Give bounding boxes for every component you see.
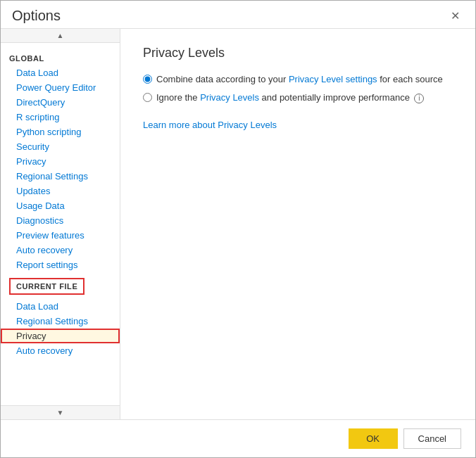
dialog-body: ▲ GLOBAL Data Load Power Query Editor Di… — [1, 28, 475, 419]
sidebar-item-usage-data[interactable]: Usage Data — [1, 198, 120, 213]
sidebar-item-updates[interactable]: Updates — [1, 184, 120, 198]
radio2-text-before: Ignore the — [156, 92, 200, 103]
sidebar-item-security[interactable]: Security — [1, 139, 120, 154]
close-button[interactable]: ✕ — [446, 8, 464, 24]
cancel-button[interactable]: Cancel — [403, 428, 461, 449]
sidebar-item-diagnostics[interactable]: Diagnostics — [1, 213, 120, 228]
sidebar-item-privacy-current[interactable]: Privacy — [1, 329, 120, 343]
radio1-link[interactable]: Privacy Level settings — [289, 74, 377, 84]
sidebar-item-regional-settings-global[interactable]: Regional Settings — [1, 169, 120, 184]
radio-item-combine: Combine data according to your Privacy L… — [143, 73, 453, 86]
sidebar-item-directquery[interactable]: DirectQuery — [1, 95, 120, 110]
scroll-up-button[interactable]: ▲ — [1, 29, 120, 43]
info-icon[interactable]: i — [414, 94, 424, 103]
sidebar-scroll: GLOBAL Data Load Power Query Editor Dire… — [1, 43, 120, 405]
sidebar-item-python-scripting[interactable]: Python scripting — [1, 125, 120, 139]
global-section-header: GLOBAL — [1, 49, 120, 65]
sidebar-item-data-load[interactable]: Data Load — [1, 65, 120, 80]
radio2-text-after: and potentially improve performance — [259, 92, 410, 103]
sidebar-item-report-settings[interactable]: Report settings — [1, 257, 120, 272]
dialog-footer: OK Cancel — [1, 419, 475, 457]
content-title: Privacy Levels — [143, 46, 453, 61]
radio-item-ignore: Ignore the Privacy Levels and potentiall… — [143, 91, 453, 104]
radio-ignore[interactable] — [143, 93, 152, 102]
radio-combine[interactable] — [143, 75, 152, 84]
sidebar-item-auto-recovery-current[interactable]: Auto recovery — [1, 343, 120, 358]
scroll-down-button[interactable]: ▼ — [1, 405, 120, 419]
current-file-section-header: CURRENT FILE — [9, 278, 84, 295]
ok-button[interactable]: OK — [349, 428, 398, 449]
radio-combine-label: Combine data according to your Privacy L… — [156, 73, 443, 86]
radio2-link[interactable]: Privacy Levels — [200, 92, 259, 103]
title-bar: Options ✕ — [1, 1, 475, 28]
sidebar-item-r-scripting[interactable]: R scripting — [1, 110, 120, 125]
sidebar-item-data-load-current[interactable]: Data Load — [1, 299, 120, 314]
sidebar-item-privacy-global[interactable]: Privacy — [1, 154, 120, 169]
dialog-title: Options — [12, 8, 61, 24]
options-dialog: Options ✕ ▲ GLOBAL Data Load Power Query… — [0, 0, 476, 458]
radio-group: Combine data according to your Privacy L… — [143, 73, 453, 104]
radio1-text-before: Combine data according to your — [156, 74, 289, 84]
current-file-wrapper: CURRENT FILE — [1, 272, 120, 299]
sidebar-item-auto-recovery-global[interactable]: Auto recovery — [1, 243, 120, 257]
sidebar-item-preview-features[interactable]: Preview features — [1, 228, 120, 243]
sidebar-item-power-query-editor[interactable]: Power Query Editor — [1, 80, 120, 95]
radio-ignore-label: Ignore the Privacy Levels and potentiall… — [156, 91, 424, 104]
sidebar: ▲ GLOBAL Data Load Power Query Editor Di… — [1, 29, 120, 419]
sidebar-item-regional-settings-current[interactable]: Regional Settings — [1, 314, 120, 329]
content-area: Privacy Levels Combine data according to… — [120, 29, 475, 419]
learn-more-link[interactable]: Learn more about Privacy Levels — [143, 120, 277, 130]
radio1-text-after: for each source — [377, 74, 443, 84]
